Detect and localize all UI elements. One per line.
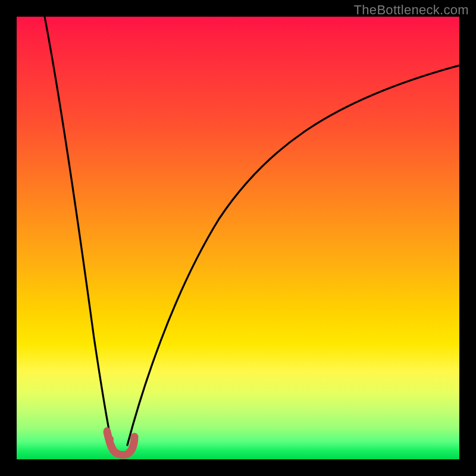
curve-layer xyxy=(17,17,459,459)
plot-area xyxy=(17,17,459,459)
watermark-text: TheBottleneck.com xyxy=(354,2,469,18)
bottleneck-curve-right xyxy=(127,65,459,445)
bottleneck-curve-left xyxy=(45,17,112,445)
trough-dot-left2 xyxy=(107,436,114,443)
chart-frame: TheBottleneck.com xyxy=(0,0,476,476)
trough-dot-left xyxy=(104,427,111,434)
